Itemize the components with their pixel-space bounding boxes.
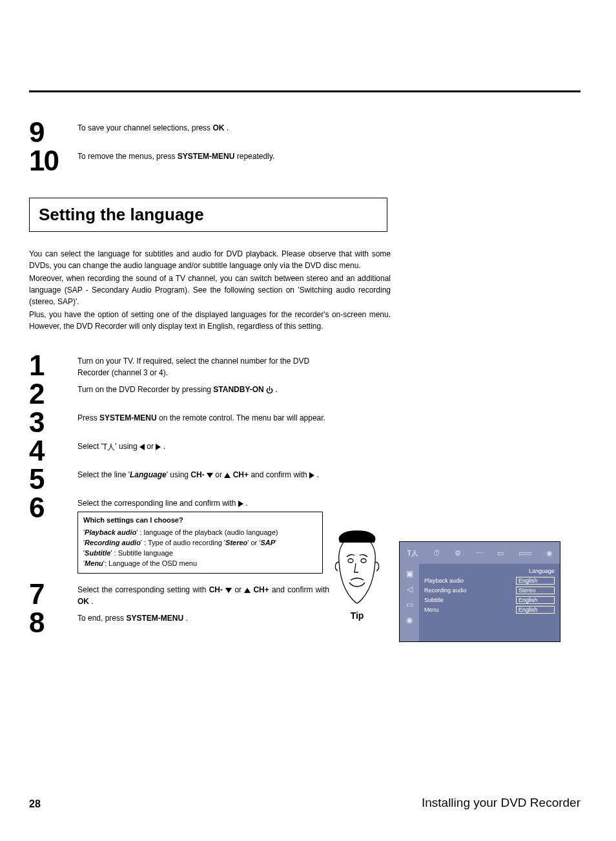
step-9: 9 To save your channel selections, press… bbox=[29, 118, 580, 147]
page-footer: 28 Installing your DVD Recorder bbox=[29, 796, 580, 810]
tip-question: Which settings can I choose? bbox=[83, 515, 317, 526]
up-arrow-icon bbox=[244, 588, 251, 593]
person-icon: T人 bbox=[103, 442, 115, 452]
osd-side-icon: ▣ bbox=[406, 569, 413, 578]
step-text: Press SYSTEM-MENU on the remote control.… bbox=[77, 408, 329, 424]
tip-illustration: Tip bbox=[328, 530, 386, 621]
right-arrow-icon bbox=[238, 501, 243, 507]
svg-point-0 bbox=[348, 559, 353, 563]
step-number: 6 bbox=[29, 493, 77, 522]
step-text: Select the line 'Language' using CH- or … bbox=[77, 465, 329, 481]
intro-para-1: You can select the language for subtitle… bbox=[29, 248, 391, 271]
page-number: 28 bbox=[29, 798, 41, 810]
step-3: 3 Press SYSTEM-MENU on the remote contro… bbox=[29, 408, 580, 437]
osd-menu-icon: ⏱ bbox=[433, 549, 440, 557]
left-arrow-icon bbox=[139, 444, 145, 450]
down-arrow-icon bbox=[225, 588, 232, 593]
osd-side-icon: ◉ bbox=[406, 616, 413, 625]
step-number: 7 bbox=[29, 580, 77, 608]
osd-row: Recording audioStereo bbox=[424, 587, 555, 594]
osd-menu-icon: ⚙ bbox=[455, 549, 461, 557]
step-number: 10 bbox=[29, 147, 77, 175]
osd-heading: Language bbox=[424, 568, 555, 574]
top-rule bbox=[29, 90, 580, 92]
down-arrow-icon bbox=[207, 473, 213, 478]
step-text: Select the corresponding line and confir… bbox=[77, 493, 329, 580]
section-heading: Setting the language bbox=[39, 205, 378, 225]
osd-row: MenuEnglish bbox=[424, 606, 555, 614]
step-text: To end, press SYSTEM-MENU . bbox=[77, 608, 329, 624]
up-arrow-icon bbox=[224, 473, 231, 478]
right-arrow-icon bbox=[309, 472, 314, 479]
chapter-title: Installing your DVD Recorder bbox=[422, 796, 580, 810]
step-number: 1 bbox=[29, 351, 77, 380]
osd-side-icon: ◁ bbox=[407, 585, 413, 594]
step-5: 5 Select the line 'Language' using CH- o… bbox=[29, 465, 580, 493]
intro-block: You can select the language for subtitle… bbox=[29, 248, 580, 332]
step-number: 3 bbox=[29, 408, 77, 437]
osd-sidebar: ▣ ◁ ▭ ◉ bbox=[400, 564, 419, 641]
osd-row: SubtitleEnglish bbox=[424, 596, 555, 604]
step-number: 4 bbox=[29, 437, 77, 465]
step-number: 8 bbox=[29, 608, 77, 637]
osd-menubar: T人 ⏱ ⚙ 〰 ▭ ▭▭ ◉ bbox=[400, 542, 560, 564]
step-text: Turn on the DVD Recorder by pressing STA… bbox=[77, 380, 329, 395]
step-text: Turn on your TV. If required, select the… bbox=[77, 351, 329, 379]
tip-line: 'Menu': Language of the OSD menu bbox=[83, 559, 317, 569]
step-text: To remove the menus, press SYSTEM-MENU r… bbox=[77, 147, 329, 162]
osd-row: Playback audioEnglish bbox=[424, 577, 555, 585]
step-text: Select the corresponding setting with CH… bbox=[77, 580, 329, 607]
step-text: Select 'T人' using or . bbox=[77, 437, 329, 453]
osd-main: Language Playback audioEnglish Recording… bbox=[419, 564, 560, 641]
step-number: 2 bbox=[29, 380, 77, 408]
face-icon bbox=[330, 530, 384, 607]
step-1: 1 Turn on your TV. If required, select t… bbox=[29, 351, 580, 380]
intro-para-2: Moreover, when recording the sound of a … bbox=[29, 273, 391, 307]
svg-point-1 bbox=[361, 559, 366, 563]
osd-menu-icon: 〰 bbox=[476, 549, 483, 557]
osd-menu-icon: ◉ bbox=[546, 549, 553, 557]
step-2: 2 Turn on the DVD Recorder by pressing S… bbox=[29, 380, 580, 408]
intro-para-3: Plus, you have the option of setting one… bbox=[29, 309, 391, 332]
tip-line: 'Recording audio' : Type of audio record… bbox=[83, 538, 317, 548]
osd-menu-icon: ▭▭ bbox=[518, 549, 531, 557]
tip-label: Tip bbox=[328, 610, 386, 621]
step-text: To save your channel selections, press O… bbox=[77, 118, 329, 134]
osd-menu-icon: T人 bbox=[407, 548, 418, 558]
step-4: 4 Select 'T人' using or . bbox=[29, 437, 580, 465]
power-icon: ⏻ bbox=[264, 386, 273, 394]
step-number: 9 bbox=[29, 118, 77, 147]
step-number: 5 bbox=[29, 465, 77, 493]
tip-line: 'Playback audio' : language of the playb… bbox=[83, 528, 317, 538]
osd-menu-icon: ▭ bbox=[497, 549, 504, 557]
tip-line: 'Subtitle' : Subtitle language bbox=[83, 548, 317, 559]
tip-box: Which settings can I choose? 'Playback a… bbox=[77, 512, 323, 574]
section-heading-box: Setting the language bbox=[29, 198, 387, 232]
osd-screenshot: T人 ⏱ ⚙ 〰 ▭ ▭▭ ◉ ▣ ◁ ▭ ◉ Language Playbac… bbox=[399, 541, 560, 642]
osd-side-icon: ▭ bbox=[406, 600, 413, 609]
step-10: 10 To remove the menus, press SYSTEM-MEN… bbox=[29, 147, 580, 175]
